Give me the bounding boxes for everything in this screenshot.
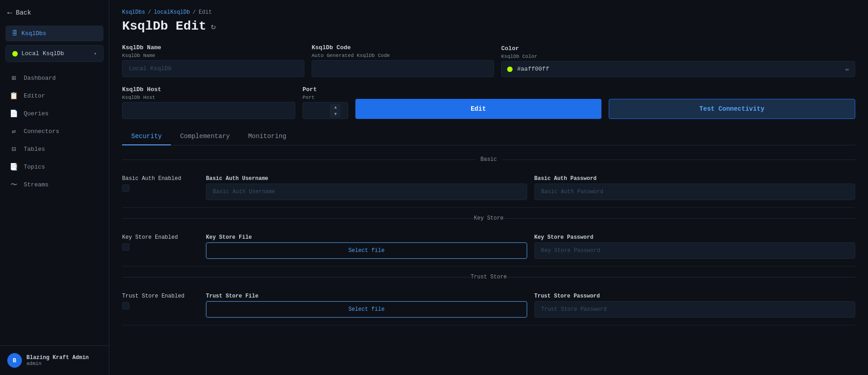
keystore-password-label: Key Store Password [534, 234, 856, 241]
truststore-file-button[interactable]: Select file [206, 301, 527, 318]
keystore-password-field: Key Store Password [534, 234, 856, 259]
sidebar-item-label: Connectors [24, 128, 59, 135]
dashboard-icon: ⊞ [9, 74, 18, 82]
main-content: KsqlDbs / localKsqlDb / Edit KsqlDb Edit… [109, 0, 868, 375]
user-role: admin [26, 361, 89, 366]
truststore-password-input[interactable] [534, 301, 856, 318]
breadcrumb-part1[interactable]: KsqlDbs [122, 9, 145, 15]
name-label: KsqlDb Name [122, 44, 304, 51]
truststore-toggle-col: Trust Store Enabled [122, 293, 195, 309]
breadcrumb-sep2: / [193, 9, 196, 15]
host-field: KsqlDb Host KsqlDb Host localhost [122, 86, 295, 119]
port-up-button[interactable]: ▲ [331, 104, 340, 111]
ksqldbs-button[interactable]: 🗄 KsqlDbs [5, 26, 103, 41]
breadcrumb-sep1: / [148, 9, 151, 15]
chevron-down-icon: ▾ [94, 51, 97, 57]
keystore-checkbox[interactable] [122, 243, 129, 251]
sidebar-item-label: Queries [24, 110, 49, 117]
keystore-file-button[interactable]: Select file [206, 242, 527, 259]
breadcrumb-part3: Edit [199, 9, 212, 15]
basic-auth-enabled-label: Basic Auth Enabled [122, 175, 195, 182]
sidebar: ← Back 🗄 KsqlDbs Local KsqlDb ▾ ⊞ Dashbo… [0, 0, 109, 375]
truststore-fields: Trust Store File Select file Trust Store… [206, 293, 855, 318]
color-edit-icon[interactable]: ✏ [846, 65, 849, 73]
user-info: Blazing Kraft Admin admin [26, 354, 89, 366]
db-status-dot [12, 51, 18, 57]
back-arrow-icon: ← [7, 8, 12, 17]
test-connectivity-button[interactable]: Test Connectivity [609, 99, 856, 119]
back-button[interactable]: ← Back [0, 0, 109, 26]
basic-auth-toggle-col: Basic Auth Enabled [122, 175, 195, 192]
port-input-wrap: 8088 ▲ ▼ [303, 102, 348, 119]
keystore-enabled-label: Key Store Enabled [122, 234, 195, 241]
security-panel: Basic Basic Auth Enabled Basic Auth User… [122, 156, 855, 325]
truststore-password-label: Trust Store Password [534, 293, 856, 299]
tables-icon: ⊟ [9, 145, 18, 154]
sidebar-item-connectors[interactable]: ⇌ Connectors [0, 123, 109, 140]
tab-complementary[interactable]: Complementary [171, 128, 239, 145]
name-input[interactable] [122, 60, 304, 77]
breadcrumb-part2[interactable]: localKsqlDb [154, 9, 190, 15]
code-field: KsqlDb Code Auto Generated KsqlDb Code l… [312, 44, 494, 77]
code-sublabel: Auto Generated KsqlDb Code [312, 53, 494, 58]
color-value: #aaff00ff [517, 66, 841, 72]
sidebar-item-label: Tables [24, 146, 45, 153]
user-name: Blazing Kraft Admin [26, 354, 89, 361]
keystore-file-label: Key Store File [206, 234, 527, 241]
queries-icon: 📄 [9, 109, 18, 118]
form-row-1: KsqlDb Name KsqlDb Name KsqlDb Code Auto… [122, 44, 855, 77]
sidebar-item-editor[interactable]: 📋 Editor [0, 87, 109, 105]
sidebar-nav: ⊞ Dashboard 📋 Editor 📄 Queries ⇌ Connect… [0, 69, 109, 194]
connectors-icon: ⇌ [9, 127, 18, 136]
sidebar-item-dashboard[interactable]: ⊞ Dashboard [0, 69, 109, 87]
page-title: KsqlDb Edit [122, 19, 206, 33]
streams-icon: 〜 [9, 180, 18, 189]
keystore-section-header: Key Store [122, 215, 855, 221]
basic-auth-password-label: Basic Auth Password [534, 175, 856, 182]
truststore-checkbox[interactable] [122, 302, 129, 309]
host-sublabel: KsqlDb Host [122, 95, 295, 100]
db-selector[interactable]: Local KsqlDb ▾ [5, 45, 103, 62]
keystore-password-input[interactable] [534, 242, 856, 259]
edit-button[interactable]: Edit [355, 99, 601, 119]
avatar: B [7, 353, 22, 368]
port-input[interactable]: 8088 [303, 103, 330, 118]
basic-auth-fields: Basic Auth Username Basic Auth Password [206, 175, 855, 200]
color-input-wrap: #aaff00ff ✏ [501, 61, 855, 77]
basic-auth-username-field: Basic Auth Username [206, 175, 527, 200]
truststore-section-header: Trust Store [122, 274, 855, 280]
refresh-icon[interactable]: ↻ [211, 21, 216, 31]
ksqldbs-icon: 🗄 [12, 30, 18, 37]
host-input[interactable]: localhost [122, 102, 295, 119]
sidebar-item-queries[interactable]: 📄 Queries [0, 105, 109, 123]
keystore-file-field: Key Store File Select file [206, 234, 527, 259]
sidebar-item-label: Streams [24, 181, 49, 188]
sidebar-item-streams[interactable]: 〜 Streams [0, 176, 109, 194]
page-title-row: KsqlDb Edit ↻ [122, 19, 855, 33]
truststore-enabled-label: Trust Store Enabled [122, 293, 195, 299]
tab-security[interactable]: Security [122, 128, 171, 145]
keystore-fields: Key Store File Select file Key Store Pas… [206, 234, 855, 259]
truststore-password-field: Trust Store Password [534, 293, 856, 318]
sidebar-item-tables[interactable]: ⊟ Tables [0, 140, 109, 158]
basic-section-header: Basic [122, 156, 855, 163]
basic-auth-username-input[interactable] [206, 184, 527, 200]
sidebar-item-topics[interactable]: 📑 Topics [0, 158, 109, 176]
port-field: Port Port 8088 ▲ ▼ [303, 86, 348, 119]
truststore-row: Trust Store Enabled Trust Store File Sel… [122, 286, 855, 325]
port-down-button[interactable]: ▼ [331, 111, 340, 118]
keystore-row: Key Store Enabled Key Store File Select … [122, 227, 855, 267]
sidebar-footer: B Blazing Kraft Admin admin [0, 345, 109, 375]
port-label: Port [303, 86, 348, 93]
code-input[interactable]: localKsqlDb [312, 60, 494, 77]
basic-auth-password-input[interactable] [534, 184, 856, 200]
color-sublabel: KsqlDb Color [501, 54, 855, 59]
topics-icon: 📑 [9, 163, 18, 171]
name-field: KsqlDb Name KsqlDb Name [122, 44, 304, 77]
db-selector-label: Local KsqlDb [21, 50, 90, 57]
color-label: Color [501, 45, 855, 52]
breadcrumb: KsqlDbs / localKsqlDb / Edit [122, 9, 855, 15]
basic-auth-checkbox[interactable] [122, 185, 129, 192]
port-spinners: ▲ ▼ [330, 104, 340, 118]
tab-monitoring[interactable]: Monitoring [239, 128, 295, 145]
